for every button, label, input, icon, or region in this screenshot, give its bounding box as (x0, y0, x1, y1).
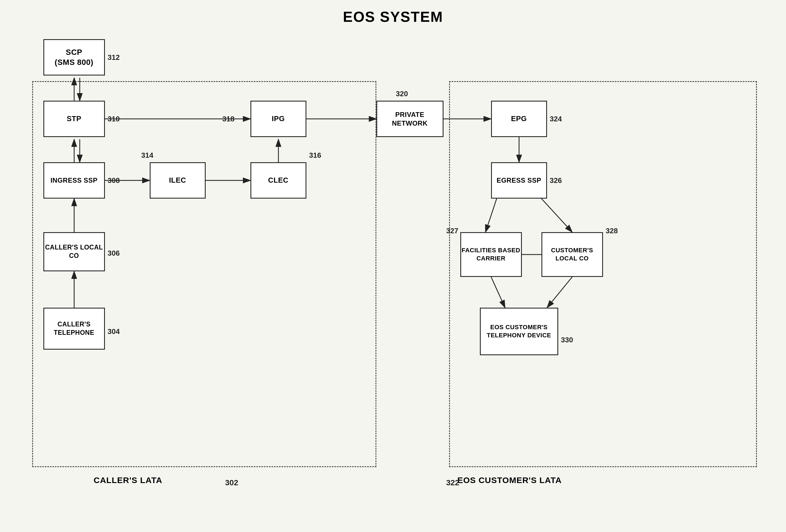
ingress-ssp-box: INGRESS SSP (43, 162, 105, 199)
callers-local-co-label: 306 (108, 249, 120, 258)
epg-label: 324 (550, 115, 562, 123)
eos-customer-telephony-label: 330 (561, 336, 573, 344)
clec-box: CLEC (250, 162, 306, 199)
ingress-ssp-label: 308 (108, 176, 120, 185)
scp-label: 312 (108, 53, 120, 62)
callers-local-co-box: CALLER'S LOCAL CO (43, 232, 105, 271)
stp-label: 310 (108, 115, 120, 123)
stp-box: STP (43, 101, 105, 137)
customers-local-co-box: CUSTOMER'S LOCAL CO (541, 232, 603, 277)
scp-box: SCP (SMS 800) (43, 39, 105, 75)
customers-local-co-label: 328 (606, 226, 618, 235)
epg-box: EPG (491, 101, 547, 137)
ipg-box: IPG (250, 101, 306, 137)
page-title: EOS SYSTEM (0, 0, 786, 25)
callers-lata-label: CALLER'S LATA (94, 476, 163, 485)
callers-lata-region (32, 81, 376, 467)
eos-customers-lata-id: 322 (446, 478, 459, 487)
callers-lata-id: 302 (225, 478, 238, 487)
eos-customer-telephony-box: EOS CUSTOMER'S TELEPHONY DEVICE (480, 308, 558, 355)
clec-label: 316 (309, 151, 321, 160)
callers-telephone-box: CALLER'S TELEPHONE (43, 308, 105, 349)
egress-ssp-box: EGRESS SSP (491, 162, 547, 199)
callers-telephone-label: 304 (108, 327, 120, 336)
ilec-label: 314 (141, 151, 153, 160)
private-network-box: PRIVATE NETWORK (376, 101, 443, 137)
facilities-based-carrier-box: FACILITIES BASED CARRIER (460, 232, 522, 277)
ipg-label: 318 (223, 115, 234, 123)
eos-customers-lata-label: EOS CUSTOMER'S LATA (458, 476, 562, 485)
ilec-box: ILEC (150, 162, 206, 199)
facilities-based-carrier-label: 327 (446, 226, 458, 235)
private-network-label: 320 (396, 90, 408, 98)
egress-ssp-label: 326 (550, 176, 562, 185)
